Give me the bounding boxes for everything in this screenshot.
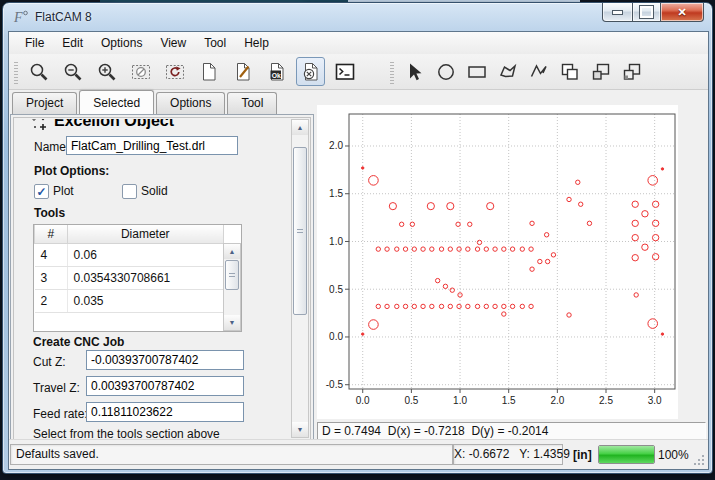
replot-button[interactable] <box>160 57 189 86</box>
drill-hole <box>430 304 434 308</box>
select-icon <box>404 61 426 83</box>
title-bar[interactable]: F FlatCAM 8 ✕ <box>3 3 712 31</box>
drill-hole <box>403 247 407 251</box>
scrollbar-thumb[interactable] <box>225 260 239 290</box>
draw-path-button[interactable] <box>524 57 553 86</box>
panel-scroll-area: Excellon Object Name: Plot Options: Plot… <box>13 117 311 440</box>
feed-rate-input[interactable] <box>86 402 244 422</box>
tab-selected[interactable]: Selected <box>79 90 154 115</box>
svg-text:Ok: Ok <box>271 71 280 78</box>
edit-project-button[interactable] <box>228 57 257 86</box>
menu-view[interactable]: View <box>151 33 195 53</box>
x-tick-label: 3.0 <box>648 395 662 406</box>
travel-z-input[interactable] <box>86 376 244 396</box>
drill-hole <box>642 211 648 217</box>
geo-union-button[interactable] <box>555 57 584 86</box>
cut-z-input[interactable] <box>86 350 244 370</box>
drill-hole <box>632 234 638 240</box>
tool-number[interactable]: 2 <box>35 290 68 313</box>
resize-grip[interactable] <box>693 454 705 466</box>
tools-label: Tools <box>34 206 65 220</box>
zoom-in-button[interactable] <box>92 57 121 86</box>
scroll-down-icon[interactable]: ▼ <box>292 422 308 437</box>
clear-plot-button[interactable] <box>126 57 155 86</box>
drill-hole <box>466 304 470 308</box>
draw-polygon-button[interactable] <box>493 57 522 86</box>
drill-hole <box>632 220 638 226</box>
scrollbar-thumb[interactable] <box>293 147 307 315</box>
scroll-down-icon[interactable]: ▼ <box>224 315 240 330</box>
tool-number[interactable]: 4 <box>35 244 68 267</box>
solid-checkbox[interactable] <box>122 184 137 199</box>
maximize-button[interactable] <box>633 3 660 22</box>
drill-hole <box>493 304 497 308</box>
delete-object-button[interactable] <box>296 57 325 86</box>
tool-diameter[interactable]: 0.0354330708661 <box>67 267 224 290</box>
drill-hole <box>538 259 542 263</box>
menu-options[interactable]: Options <box>92 33 151 53</box>
drill-hole <box>520 247 524 251</box>
tool-diameter[interactable]: 0.06 <box>67 244 224 267</box>
toolbar-handle[interactable] <box>390 60 394 84</box>
geo-copy-button[interactable] <box>586 57 615 86</box>
tab-tool[interactable]: Tool <box>227 92 277 114</box>
panel-scrollbar[interactable]: ▲ ▼ <box>291 119 309 438</box>
drill-hole <box>551 253 555 257</box>
drill-hole <box>457 247 461 251</box>
menu-file[interactable]: File <box>16 33 53 53</box>
drill-hole <box>410 222 414 226</box>
plot-checkbox[interactable] <box>34 184 49 199</box>
tab-options[interactable]: Options <box>156 92 225 114</box>
draw-rectangle-button[interactable] <box>462 57 491 86</box>
tool-diameter[interactable]: 0.035 <box>67 290 224 313</box>
accept-edit-button[interactable]: Ok <box>262 57 291 86</box>
tools-col-diameter[interactable]: Diameter <box>67 225 224 244</box>
name-input[interactable] <box>66 136 238 155</box>
menu-edit[interactable]: Edit <box>53 33 92 53</box>
tool-row[interactable]: 30.0354330708661 <box>35 267 224 290</box>
edit-project-icon <box>232 61 254 83</box>
command-console-icon <box>334 61 356 83</box>
drill-hole <box>443 284 447 288</box>
status-bar: Defaults saved. X: -0.6672 Y: 1.4359 [in… <box>9 439 708 469</box>
drill-hole <box>385 247 389 251</box>
geo-move-button[interactable] <box>617 57 646 86</box>
toolbar-handle[interactable] <box>14 60 18 84</box>
clear-plot-icon <box>130 61 152 83</box>
name-label: Name: <box>34 140 69 154</box>
tools-col-index[interactable]: # <box>35 225 68 244</box>
select-button[interactable] <box>400 57 429 86</box>
panel-viewport: Excellon Object Name: Plot Options: Plot… <box>15 119 291 439</box>
svg-text:F: F <box>13 10 23 25</box>
zoom-fit-button[interactable] <box>24 57 53 86</box>
drill-hole <box>652 201 658 207</box>
new-project-button[interactable] <box>194 57 223 86</box>
plot-canvas[interactable]: 0.00.51.01.52.02.53.0-0.50.00.51.01.52.0 <box>317 105 678 419</box>
scroll-up-icon[interactable]: ▲ <box>292 120 308 135</box>
drill-hole <box>395 304 399 308</box>
menu-bar: FileEditOptionsViewToolHelp <box>9 32 708 55</box>
tab-bar: ProjectSelectedOptionsTool <box>12 90 279 114</box>
solid-checkbox-label: Solid <box>141 184 168 198</box>
tools-table-scrollbar[interactable]: ▲ ▼ <box>223 243 241 331</box>
drill-hole <box>362 167 364 169</box>
x-tick-label: 1.5 <box>502 395 516 406</box>
draw-circle-button[interactable] <box>431 57 460 86</box>
drill-hole <box>530 221 534 225</box>
tool-row[interactable]: 20.035 <box>35 290 224 313</box>
zoom-out-button[interactable] <box>58 57 87 86</box>
drill-hole <box>502 312 506 316</box>
command-console-button[interactable] <box>330 57 359 86</box>
cut-z-label: Cut Z: <box>33 355 66 369</box>
drill-hole <box>403 304 407 308</box>
menu-help[interactable]: Help <box>235 33 278 53</box>
tool-number[interactable]: 3 <box>35 267 68 290</box>
tool-row[interactable]: 40.06 <box>35 244 224 267</box>
drill-hole <box>412 304 416 308</box>
menu-tool[interactable]: Tool <box>195 33 235 53</box>
drill-hole <box>484 304 488 308</box>
close-button[interactable]: ✕ <box>660 3 704 22</box>
minimize-button[interactable] <box>602 3 633 22</box>
tab-project[interactable]: Project <box>12 92 77 114</box>
scroll-up-icon[interactable]: ▲ <box>224 244 240 259</box>
